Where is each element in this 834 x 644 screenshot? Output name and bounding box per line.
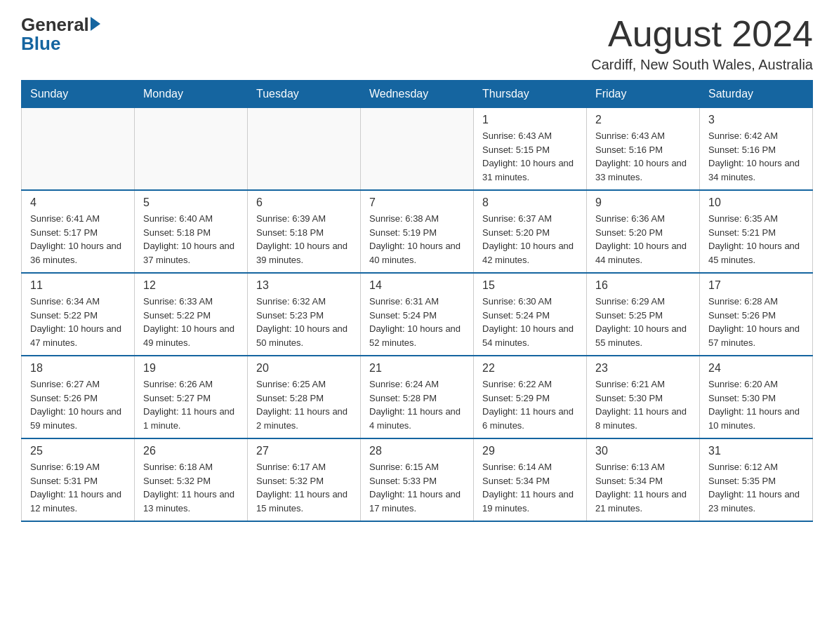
logo-area: General Blue bbox=[21, 14, 100, 55]
day-number: 26 bbox=[143, 445, 239, 457]
day-cell: 9Sunrise: 6:36 AM Sunset: 5:20 PM Daylig… bbox=[587, 190, 700, 273]
day-info: Sunrise: 6:17 AM Sunset: 5:32 PM Dayligh… bbox=[256, 460, 352, 515]
day-cell: 12Sunrise: 6:33 AM Sunset: 5:22 PM Dayli… bbox=[135, 273, 248, 356]
day-cell bbox=[248, 108, 361, 191]
day-number: 24 bbox=[708, 362, 804, 375]
day-number: 5 bbox=[143, 196, 239, 209]
header-tuesday: Tuesday bbox=[248, 81, 361, 108]
header-thursday: Thursday bbox=[474, 81, 587, 108]
day-number: 18 bbox=[30, 362, 126, 375]
day-info: Sunrise: 6:43 AM Sunset: 5:16 PM Dayligh… bbox=[595, 129, 691, 184]
day-number: 12 bbox=[143, 279, 239, 292]
day-info: Sunrise: 6:32 AM Sunset: 5:23 PM Dayligh… bbox=[256, 295, 352, 349]
day-info: Sunrise: 6:20 AM Sunset: 5:30 PM Dayligh… bbox=[708, 377, 804, 432]
day-cell: 26Sunrise: 6:18 AM Sunset: 5:32 PM Dayli… bbox=[135, 438, 248, 521]
day-info: Sunrise: 6:24 AM Sunset: 5:28 PM Dayligh… bbox=[369, 377, 465, 432]
page-header: General Blue August 2024 Cardiff, New So… bbox=[21, 14, 813, 73]
day-info: Sunrise: 6:26 AM Sunset: 5:27 PM Dayligh… bbox=[143, 377, 239, 432]
day-number: 1 bbox=[482, 114, 578, 126]
day-number: 23 bbox=[595, 362, 691, 375]
day-cell bbox=[135, 108, 248, 191]
header-saturday: Saturday bbox=[700, 81, 813, 108]
day-number: 21 bbox=[369, 362, 465, 375]
day-info: Sunrise: 6:39 AM Sunset: 5:18 PM Dayligh… bbox=[256, 212, 352, 267]
day-cell bbox=[361, 108, 474, 191]
day-info: Sunrise: 6:35 AM Sunset: 5:21 PM Dayligh… bbox=[708, 212, 804, 267]
calendar-header-row: SundayMondayTuesdayWednesdayThursdayFrid… bbox=[22, 81, 813, 108]
header-friday: Friday bbox=[587, 81, 700, 108]
week-row-2: 4Sunrise: 6:41 AM Sunset: 5:17 PM Daylig… bbox=[22, 190, 813, 273]
day-cell: 3Sunrise: 6:42 AM Sunset: 5:16 PM Daylig… bbox=[700, 108, 813, 191]
day-number: 4 bbox=[30, 196, 126, 209]
day-cell: 21Sunrise: 6:24 AM Sunset: 5:28 PM Dayli… bbox=[361, 356, 474, 438]
day-number: 25 bbox=[30, 445, 126, 457]
day-info: Sunrise: 6:18 AM Sunset: 5:32 PM Dayligh… bbox=[143, 460, 239, 515]
title-area: August 2024 Cardiff, New South Wales, Au… bbox=[591, 14, 813, 73]
header-sunday: Sunday bbox=[22, 81, 135, 108]
day-info: Sunrise: 6:28 AM Sunset: 5:26 PM Dayligh… bbox=[708, 295, 804, 349]
day-number: 27 bbox=[256, 445, 352, 457]
day-cell: 28Sunrise: 6:15 AM Sunset: 5:33 PM Dayli… bbox=[361, 438, 474, 521]
day-info: Sunrise: 6:34 AM Sunset: 5:22 PM Dayligh… bbox=[30, 295, 126, 349]
day-cell: 8Sunrise: 6:37 AM Sunset: 5:20 PM Daylig… bbox=[474, 190, 587, 273]
day-number: 2 bbox=[595, 114, 691, 126]
day-info: Sunrise: 6:31 AM Sunset: 5:24 PM Dayligh… bbox=[369, 295, 465, 349]
day-number: 22 bbox=[482, 362, 578, 375]
day-cell: 6Sunrise: 6:39 AM Sunset: 5:18 PM Daylig… bbox=[248, 190, 361, 273]
day-cell: 11Sunrise: 6:34 AM Sunset: 5:22 PM Dayli… bbox=[22, 273, 135, 356]
day-info: Sunrise: 6:38 AM Sunset: 5:19 PM Dayligh… bbox=[369, 212, 465, 267]
day-cell: 5Sunrise: 6:40 AM Sunset: 5:18 PM Daylig… bbox=[135, 190, 248, 273]
week-row-3: 11Sunrise: 6:34 AM Sunset: 5:22 PM Dayli… bbox=[22, 273, 813, 356]
day-number: 16 bbox=[595, 279, 691, 292]
day-cell: 31Sunrise: 6:12 AM Sunset: 5:35 PM Dayli… bbox=[700, 438, 813, 521]
day-cell: 24Sunrise: 6:20 AM Sunset: 5:30 PM Dayli… bbox=[700, 356, 813, 438]
day-number: 6 bbox=[256, 196, 352, 209]
day-number: 30 bbox=[595, 445, 691, 457]
day-info: Sunrise: 6:12 AM Sunset: 5:35 PM Dayligh… bbox=[708, 460, 804, 515]
day-cell: 23Sunrise: 6:21 AM Sunset: 5:30 PM Dayli… bbox=[587, 356, 700, 438]
day-number: 31 bbox=[708, 445, 804, 457]
day-cell: 19Sunrise: 6:26 AM Sunset: 5:27 PM Dayli… bbox=[135, 356, 248, 438]
day-number: 8 bbox=[482, 196, 578, 209]
day-number: 13 bbox=[256, 279, 352, 292]
day-cell: 29Sunrise: 6:14 AM Sunset: 5:34 PM Dayli… bbox=[474, 438, 587, 521]
day-number: 3 bbox=[708, 114, 804, 126]
day-cell: 20Sunrise: 6:25 AM Sunset: 5:28 PM Dayli… bbox=[248, 356, 361, 438]
day-number: 11 bbox=[30, 279, 126, 292]
header-wednesday: Wednesday bbox=[361, 81, 474, 108]
day-cell: 16Sunrise: 6:29 AM Sunset: 5:25 PM Dayli… bbox=[587, 273, 700, 356]
day-cell: 2Sunrise: 6:43 AM Sunset: 5:16 PM Daylig… bbox=[587, 108, 700, 191]
day-cell: 1Sunrise: 6:43 AM Sunset: 5:15 PM Daylig… bbox=[474, 108, 587, 191]
header-monday: Monday bbox=[135, 81, 248, 108]
day-info: Sunrise: 6:14 AM Sunset: 5:34 PM Dayligh… bbox=[482, 460, 578, 515]
week-row-4: 18Sunrise: 6:27 AM Sunset: 5:26 PM Dayli… bbox=[22, 356, 813, 438]
day-number: 29 bbox=[482, 445, 578, 457]
day-info: Sunrise: 6:40 AM Sunset: 5:18 PM Dayligh… bbox=[143, 212, 239, 267]
day-info: Sunrise: 6:21 AM Sunset: 5:30 PM Dayligh… bbox=[595, 377, 691, 432]
day-info: Sunrise: 6:41 AM Sunset: 5:17 PM Dayligh… bbox=[30, 212, 126, 267]
day-cell: 10Sunrise: 6:35 AM Sunset: 5:21 PM Dayli… bbox=[700, 190, 813, 273]
day-number: 9 bbox=[595, 196, 691, 209]
day-number: 17 bbox=[708, 279, 804, 292]
day-cell: 4Sunrise: 6:41 AM Sunset: 5:17 PM Daylig… bbox=[22, 190, 135, 273]
location-title: Cardiff, New South Wales, Australia bbox=[591, 57, 813, 73]
day-info: Sunrise: 6:13 AM Sunset: 5:34 PM Dayligh… bbox=[595, 460, 691, 515]
day-info: Sunrise: 6:37 AM Sunset: 5:20 PM Dayligh… bbox=[482, 212, 578, 267]
week-row-5: 25Sunrise: 6:19 AM Sunset: 5:31 PM Dayli… bbox=[22, 438, 813, 521]
day-number: 7 bbox=[369, 196, 465, 209]
day-info: Sunrise: 6:15 AM Sunset: 5:33 PM Dayligh… bbox=[369, 460, 465, 515]
day-info: Sunrise: 6:22 AM Sunset: 5:29 PM Dayligh… bbox=[482, 377, 578, 432]
week-row-1: 1Sunrise: 6:43 AM Sunset: 5:15 PM Daylig… bbox=[22, 108, 813, 191]
day-info: Sunrise: 6:43 AM Sunset: 5:15 PM Dayligh… bbox=[482, 129, 578, 184]
day-number: 19 bbox=[143, 362, 239, 375]
day-cell: 22Sunrise: 6:22 AM Sunset: 5:29 PM Dayli… bbox=[474, 356, 587, 438]
logo-arrow-icon bbox=[91, 17, 100, 31]
day-number: 28 bbox=[369, 445, 465, 457]
day-cell: 13Sunrise: 6:32 AM Sunset: 5:23 PM Dayli… bbox=[248, 273, 361, 356]
day-info: Sunrise: 6:29 AM Sunset: 5:25 PM Dayligh… bbox=[595, 295, 691, 349]
day-info: Sunrise: 6:19 AM Sunset: 5:31 PM Dayligh… bbox=[30, 460, 126, 515]
calendar-table: SundayMondayTuesdayWednesdayThursdayFrid… bbox=[21, 80, 813, 522]
day-info: Sunrise: 6:25 AM Sunset: 5:28 PM Dayligh… bbox=[256, 377, 352, 432]
day-info: Sunrise: 6:33 AM Sunset: 5:22 PM Dayligh… bbox=[143, 295, 239, 349]
day-info: Sunrise: 6:42 AM Sunset: 5:16 PM Dayligh… bbox=[708, 129, 804, 184]
